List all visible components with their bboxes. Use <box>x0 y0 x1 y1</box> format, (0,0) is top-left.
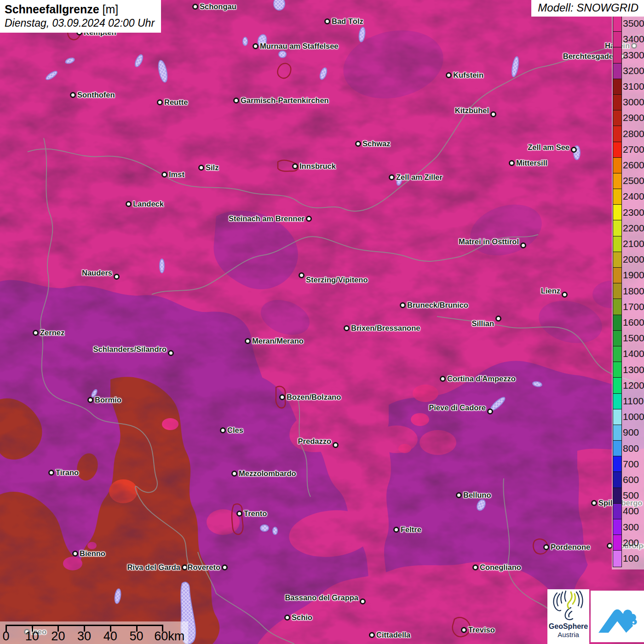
city-label: Kitzbühel <box>455 106 489 115</box>
colorbar-tick-label: 1600 <box>623 317 644 328</box>
city-label: Mezzolombardo <box>239 469 296 478</box>
colorbar-segment <box>613 441 621 456</box>
colorbar-segment <box>613 409 621 425</box>
scalebar-label: 10 <box>25 629 39 644</box>
colorbar-tick-label: 500 <box>623 490 639 501</box>
city-label: Meran/Merano <box>252 337 304 345</box>
city-label: Imst <box>169 170 184 179</box>
colorbar-tick-label: 3400 <box>623 34 644 45</box>
city-marker <box>72 551 78 557</box>
colorbar-tick-label: 1500 <box>623 333 644 344</box>
city-label: Landeck <box>133 200 164 208</box>
colorbar-tick-label: 1000 <box>623 411 644 422</box>
colorbar-segment <box>613 504 621 519</box>
city-marker <box>245 338 251 344</box>
colorbar-tick-label: 600 <box>623 474 639 485</box>
city-label: Brixen/Bressanone <box>351 324 420 333</box>
city-marker <box>33 330 39 336</box>
colorbar-tick-label: 2100 <box>623 238 644 249</box>
city-marker <box>495 316 501 322</box>
model-label: Modell: SNOWGRID <box>531 0 644 17</box>
colorbar-tick-label: 900 <box>623 427 639 438</box>
city-label: Riva del Garda <box>127 563 180 572</box>
distance-scalebar: 0102030405060km <box>0 621 188 644</box>
colorbar-tick-label: 2300 <box>623 207 644 218</box>
city-label: Cles <box>227 426 243 435</box>
colorbar-segment <box>613 362 621 378</box>
city-marker <box>400 302 406 308</box>
colorbar-segment <box>613 472 621 488</box>
colorbar-segment <box>613 535 621 551</box>
city-marker <box>591 500 597 506</box>
city-marker <box>87 397 93 403</box>
colorbar-segment <box>613 158 621 173</box>
city-marker <box>520 242 526 248</box>
colorbar-tick-label: 1300 <box>623 364 644 375</box>
partner-logo-box <box>591 591 644 642</box>
colorbar-segment <box>613 315 621 331</box>
colorbar-segment <box>613 346 621 362</box>
colorbar-segment <box>613 551 621 566</box>
map-unit: [m] <box>103 3 119 16</box>
scalebar-label: 50 <box>129 629 143 644</box>
colorbar-tick-label: 100 <box>623 553 639 564</box>
city-marker <box>222 564 228 570</box>
city-label: Schlanders/Silandro <box>93 345 167 354</box>
scalebar-label: 30 <box>77 629 91 644</box>
colorbar-tick-label: 800 <box>623 443 639 454</box>
city-marker <box>440 376 446 382</box>
colorbar-segment <box>613 268 621 283</box>
city-marker <box>292 163 298 169</box>
mountain-cloud-logo-icon <box>596 598 638 635</box>
city-marker <box>355 141 361 147</box>
city-marker <box>161 172 167 178</box>
colorbar-tick-label: 200 <box>623 537 639 548</box>
city-label: Mittersill <box>516 159 547 167</box>
colorbar-segment <box>613 63 621 79</box>
colorbar-tick-label: 3100 <box>623 81 644 92</box>
city-label: Sillian <box>472 319 494 328</box>
geosphere-logo-text: GeoSphere <box>547 622 589 631</box>
city-label: Tirano <box>56 468 79 477</box>
city-label: Belluno <box>463 491 491 500</box>
city-marker <box>70 92 76 98</box>
colorbar-segment <box>613 16 621 32</box>
colorbar-segment <box>613 283 621 299</box>
colorbar-segment <box>613 110 621 126</box>
city-marker <box>472 564 478 570</box>
colorbar-tick-label: 1700 <box>623 301 644 312</box>
city-label: Bruneck/Brunico <box>407 301 468 310</box>
colorbar-tick-label: 2900 <box>623 112 644 123</box>
colorbar-tick-label: 2200 <box>623 223 644 234</box>
colorbar-segment <box>613 205 621 220</box>
city-label: Zernez <box>40 328 64 337</box>
geosphere-logo-box: GeoSphere Austria <box>547 589 589 644</box>
scalebar-label: 40 <box>104 629 117 644</box>
city-label: Sterzing/Vipiteno <box>306 276 368 284</box>
city-marker <box>192 4 198 10</box>
colorbar-segment <box>613 236 621 252</box>
colorbar-tick-label: 3500 <box>623 18 644 29</box>
city-marker <box>487 408 493 414</box>
colorbar-segment <box>613 189 621 205</box>
map-datetime: Dienstag, 03.09.2024 02:00 Uhr <box>5 17 155 29</box>
city-label: Garmisch-Partenkirchen <box>241 96 329 105</box>
city-marker <box>344 325 350 331</box>
colorbar-tick-label: 300 <box>623 522 639 533</box>
snowfall-limit-map: SchongauBad TölzKemptenMurnau am Staffel… <box>0 0 644 644</box>
city-marker <box>543 544 549 550</box>
city-marker <box>236 511 242 517</box>
colorbar-tick-label: 1400 <box>623 348 644 359</box>
scalebar-label: 60km <box>154 629 184 644</box>
city-label: Rovereto <box>187 563 220 572</box>
city-marker <box>198 165 204 171</box>
colorbar-segment <box>613 394 621 409</box>
scalebar-label: 20 <box>51 629 65 644</box>
city-label: Pieve di Cadore <box>429 403 486 412</box>
city-label: Bozen/Bolzano <box>287 393 341 402</box>
colorbar-segment <box>613 95 621 110</box>
colorbar-legend: 3500340033003200310030002900280027002600… <box>612 14 644 569</box>
colorbar-segment <box>613 378 621 393</box>
colorbar-tick-label: 3000 <box>623 97 644 108</box>
city-label: Bassano del Grappa <box>285 593 358 602</box>
